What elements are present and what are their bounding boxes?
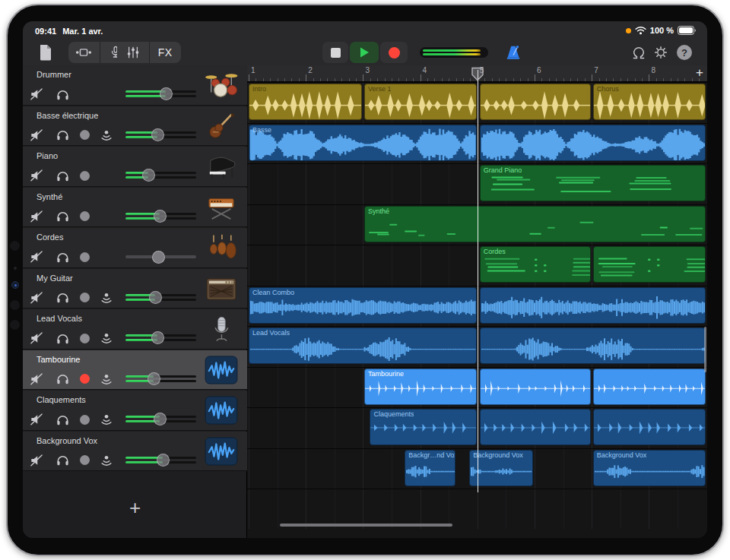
instrument-thumbnail[interactable] [204, 354, 239, 386]
horizontal-scrollbar[interactable] [280, 524, 452, 527]
solo-headphones-button[interactable] [53, 126, 71, 144]
playhead[interactable] [478, 70, 478, 492]
record-enable-button[interactable] [75, 329, 94, 347]
volume-slider[interactable] [125, 374, 196, 384]
track-header-row[interactable]: Basse électrique [23, 106, 247, 147]
record-enable-button[interactable] [75, 166, 94, 185]
instrument-thumbnail[interactable] [204, 110, 239, 142]
tracks-view-button[interactable] [68, 42, 100, 63]
mute-button[interactable] [27, 329, 46, 347]
region[interactable] [593, 246, 706, 283]
solo-headphones-button[interactable] [53, 289, 71, 307]
loop-browser-button[interactable] [629, 43, 649, 62]
volume-slider[interactable] [125, 333, 196, 343]
volume-slider[interactable] [125, 252, 196, 262]
metronome-button[interactable] [503, 43, 523, 62]
track-header-row[interactable]: My Guitar [23, 269, 247, 309]
volume-knob[interactable] [151, 331, 164, 344]
playhead-handle[interactable] [471, 67, 484, 81]
track-header-row[interactable]: Claquements [23, 391, 247, 431]
track-header-row[interactable]: Background Vox [23, 432, 247, 472]
region[interactable] [480, 84, 591, 120]
region[interactable]: Grand Piano [480, 165, 706, 201]
mute-button[interactable] [27, 207, 46, 226]
region[interactable]: Intro [249, 84, 362, 120]
record-enable-button[interactable] [75, 410, 94, 429]
mute-button[interactable] [27, 166, 46, 185]
region[interactable] [593, 409, 706, 445]
volume-knob[interactable] [152, 251, 165, 264]
volume-slider[interactable] [125, 414, 196, 425]
region[interactable] [480, 287, 706, 324]
solo-headphones-button[interactable] [53, 166, 71, 185]
record-enable-button[interactable] [75, 451, 94, 470]
play-button[interactable] [350, 42, 379, 63]
solo-headphones-button[interactable] [53, 248, 71, 266]
mute-button[interactable] [27, 370, 46, 388]
instrument-thumbnail[interactable] [204, 69, 239, 101]
region[interactable]: Cordes [480, 246, 591, 283]
add-track-button[interactable]: + [23, 496, 247, 520]
instrument-thumbnail[interactable] [204, 232, 239, 264]
track-header-row[interactable]: Drummer [23, 65, 247, 106]
record-enable-button[interactable] [75, 370, 94, 388]
region[interactable]: Background Vox [469, 450, 533, 486]
help-button[interactable]: ? [674, 43, 694, 62]
mute-button[interactable] [27, 289, 46, 307]
volume-slider[interactable] [125, 89, 196, 100]
volume-knob[interactable] [157, 454, 170, 467]
solo-headphones-button[interactable] [53, 410, 71, 429]
mixer-button[interactable] [117, 42, 149, 63]
solo-headphones-button[interactable] [53, 329, 71, 347]
instrument-thumbnail[interactable] [204, 394, 239, 426]
track-header-row[interactable]: Cordes [23, 228, 247, 268]
input-monitor-button[interactable] [97, 329, 116, 347]
input-monitor-button[interactable] [97, 451, 116, 470]
record-enable-button[interactable] [75, 126, 94, 144]
mute-button[interactable] [27, 126, 46, 144]
region[interactable]: Verse 1 [364, 84, 477, 120]
input-monitor-button[interactable] [97, 370, 116, 388]
region[interactable]: Synthé [364, 206, 706, 242]
volume-knob[interactable] [154, 413, 167, 426]
region[interactable]: Backgr…nd Vox [405, 450, 455, 486]
solo-headphones-button[interactable] [53, 451, 71, 470]
mute-button[interactable] [27, 451, 46, 470]
input-monitor-button[interactable] [97, 289, 116, 307]
volume-slider[interactable] [125, 455, 196, 466]
region[interactable]: Basse [249, 125, 477, 161]
solo-headphones-button[interactable] [53, 370, 71, 388]
region[interactable]: Chorus [593, 84, 706, 120]
region[interactable]: Background Vox [593, 450, 706, 486]
volume-knob[interactable] [148, 372, 160, 385]
volume-knob[interactable] [160, 87, 173, 100]
record-enable-button[interactable] [75, 207, 94, 226]
region[interactable] [593, 369, 706, 405]
vertical-scrollbar[interactable] [704, 327, 706, 372]
track-header-row[interactable]: Piano [23, 147, 247, 187]
solo-headphones-button[interactable] [53, 207, 71, 226]
record-enable-button[interactable] [75, 248, 94, 266]
instrument-thumbnail[interactable] [204, 191, 239, 223]
mute-button[interactable] [27, 410, 46, 429]
document-browser-button[interactable] [36, 43, 55, 62]
volume-slider[interactable] [125, 293, 196, 303]
region[interactable]: Clean Combo [249, 287, 477, 324]
track-header-row[interactable]: Lead Vocals [23, 309, 247, 350]
solo-headphones-button[interactable] [53, 85, 71, 103]
instrument-thumbnail[interactable] [204, 150, 239, 182]
volume-knob[interactable] [154, 210, 167, 223]
region[interactable]: Tambourine [364, 369, 477, 405]
tracks-timeline[interactable]: 12345678+IntroVerse 1ChorusBasseGrand Pi… [247, 65, 707, 538]
input-monitor-button[interactable] [97, 126, 116, 144]
ruler-add-button[interactable]: + [696, 65, 703, 81]
track-header-row[interactable]: Tambourine [23, 350, 247, 391]
input-monitor-button[interactable] [97, 410, 116, 429]
fx-button[interactable]: FX [149, 42, 181, 63]
settings-button[interactable] [651, 43, 671, 62]
instrument-thumbnail[interactable] [204, 435, 239, 467]
stop-button[interactable] [322, 42, 348, 63]
volume-knob[interactable] [149, 291, 162, 304]
mute-button[interactable] [27, 248, 46, 266]
region[interactable]: Lead Vocals [249, 327, 477, 364]
